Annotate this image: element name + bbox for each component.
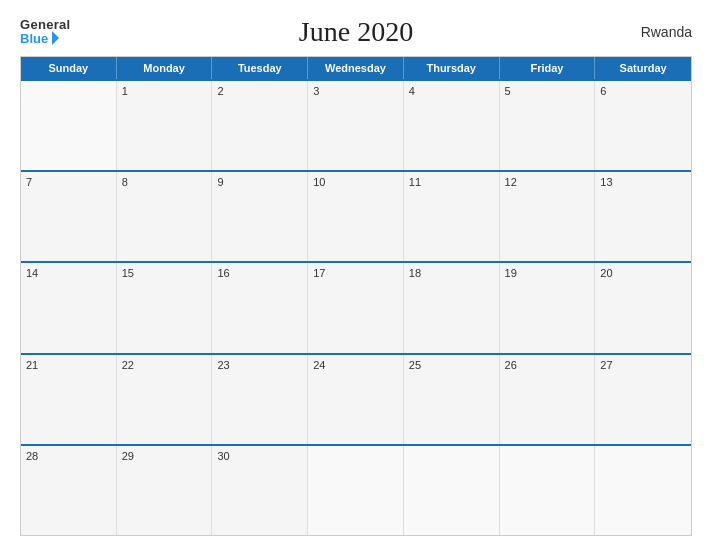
calendar-page: General Blue June 2020 Rwanda SundayMond…: [0, 0, 712, 550]
calendar-cell: 28: [21, 446, 117, 535]
day-number: 23: [217, 359, 302, 371]
calendar-cell: 29: [117, 446, 213, 535]
day-number: 12: [505, 176, 590, 188]
calendar-cell: 2: [212, 81, 308, 170]
day-number: 14: [26, 267, 111, 279]
day-number: 30: [217, 450, 302, 462]
calendar-header: SundayMondayTuesdayWednesdayThursdayFrid…: [21, 57, 691, 79]
calendar-cell: 27: [595, 355, 691, 444]
calendar-body: 1234567891011121314151617181920212223242…: [21, 79, 691, 535]
calendar-cell: 10: [308, 172, 404, 261]
calendar-cell: 23: [212, 355, 308, 444]
calendar-week-5: 282930: [21, 444, 691, 535]
calendar-cell: 21: [21, 355, 117, 444]
day-number: 19: [505, 267, 590, 279]
day-number: 11: [409, 176, 494, 188]
calendar-cell: 15: [117, 263, 213, 352]
header-day-wednesday: Wednesday: [308, 57, 404, 79]
day-number: 15: [122, 267, 207, 279]
calendar-cell: 1: [117, 81, 213, 170]
calendar-cell: [595, 446, 691, 535]
calendar-cell: 6: [595, 81, 691, 170]
calendar-week-4: 21222324252627: [21, 353, 691, 444]
calendar-cell: 30: [212, 446, 308, 535]
day-number: 18: [409, 267, 494, 279]
calendar-cell: [500, 446, 596, 535]
day-number: 25: [409, 359, 494, 371]
calendar-cell: 16: [212, 263, 308, 352]
day-number: 9: [217, 176, 302, 188]
day-number: 3: [313, 85, 398, 97]
day-number: 7: [26, 176, 111, 188]
calendar-cell: 26: [500, 355, 596, 444]
calendar-cell: 20: [595, 263, 691, 352]
header: General Blue June 2020 Rwanda: [20, 18, 692, 46]
calendar-cell: 22: [117, 355, 213, 444]
calendar-cell: [404, 446, 500, 535]
calendar-title: June 2020: [299, 16, 413, 48]
calendar-cell: 25: [404, 355, 500, 444]
header-day-friday: Friday: [500, 57, 596, 79]
header-day-monday: Monday: [117, 57, 213, 79]
calendar-cell: 5: [500, 81, 596, 170]
country-label: Rwanda: [641, 24, 692, 40]
day-number: 1: [122, 85, 207, 97]
day-number: 13: [600, 176, 686, 188]
calendar-cell: [21, 81, 117, 170]
day-number: 20: [600, 267, 686, 279]
logo-general-text: General: [20, 18, 71, 31]
day-number: 6: [600, 85, 686, 97]
logo-blue-text: Blue: [20, 31, 59, 46]
day-number: 21: [26, 359, 111, 371]
day-number: 29: [122, 450, 207, 462]
header-day-tuesday: Tuesday: [212, 57, 308, 79]
day-number: 28: [26, 450, 111, 462]
day-number: 26: [505, 359, 590, 371]
calendar-week-1: 123456: [21, 79, 691, 170]
logo: General Blue: [20, 18, 71, 46]
day-number: 8: [122, 176, 207, 188]
calendar-cell: 7: [21, 172, 117, 261]
header-day-sunday: Sunday: [21, 57, 117, 79]
day-number: 2: [217, 85, 302, 97]
calendar-cell: 12: [500, 172, 596, 261]
calendar-cell: 4: [404, 81, 500, 170]
logo-triangle-icon: [52, 31, 59, 45]
calendar-cell: 11: [404, 172, 500, 261]
day-number: 4: [409, 85, 494, 97]
day-number: 10: [313, 176, 398, 188]
calendar-week-3: 14151617181920: [21, 261, 691, 352]
day-number: 24: [313, 359, 398, 371]
calendar-cell: 17: [308, 263, 404, 352]
day-number: 5: [505, 85, 590, 97]
day-number: 17: [313, 267, 398, 279]
calendar-cell: 3: [308, 81, 404, 170]
calendar-week-2: 78910111213: [21, 170, 691, 261]
calendar-cell: 24: [308, 355, 404, 444]
calendar-cell: 18: [404, 263, 500, 352]
header-day-thursday: Thursday: [404, 57, 500, 79]
calendar-cell: [308, 446, 404, 535]
day-number: 22: [122, 359, 207, 371]
calendar-cell: 14: [21, 263, 117, 352]
header-day-saturday: Saturday: [595, 57, 691, 79]
calendar-grid: SundayMondayTuesdayWednesdayThursdayFrid…: [20, 56, 692, 536]
calendar-cell: 19: [500, 263, 596, 352]
calendar-cell: 9: [212, 172, 308, 261]
calendar-cell: 13: [595, 172, 691, 261]
day-number: 27: [600, 359, 686, 371]
day-number: 16: [217, 267, 302, 279]
calendar-cell: 8: [117, 172, 213, 261]
